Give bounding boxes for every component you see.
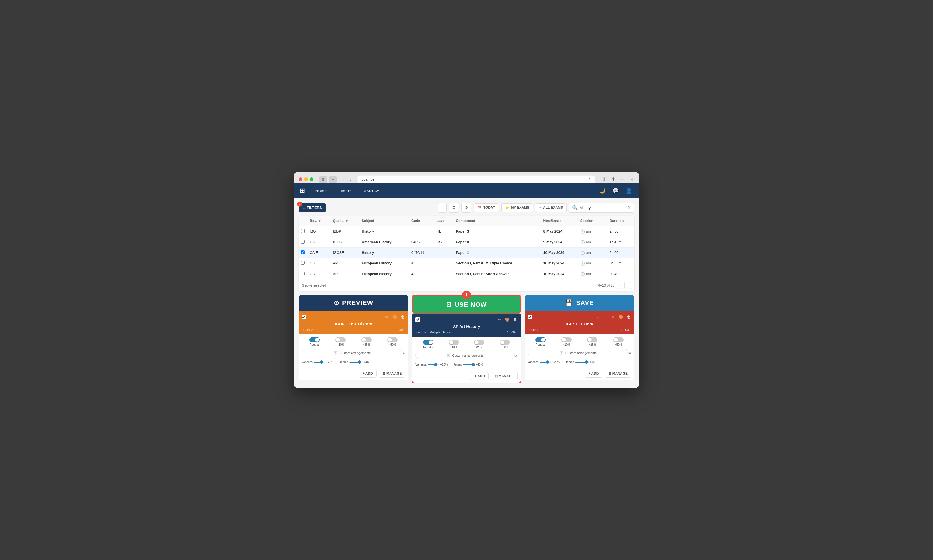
edit-btn[interactable]: ✏ [611,314,616,320]
row-checkbox[interactable] [301,229,305,233]
regular-toggle[interactable] [309,337,320,342]
preview-button[interactable]: ⊙ PREVIEW [299,295,408,311]
row-checkbox-cell[interactable] [299,226,307,237]
regular-toggle[interactable] [536,337,546,342]
download-icon[interactable]: ⬇ [601,175,607,183]
50-toggle[interactable] [387,337,397,342]
row-checkbox[interactable] [301,240,305,243]
add-btn[interactable]: + ADD [359,369,377,378]
row-checkbox-cell[interactable] [299,237,307,248]
new-tab-icon[interactable]: + [620,175,625,183]
window-layout-arrow-btn[interactable]: ▾ [329,176,337,183]
arrow-right-btn[interactable]: → [377,314,383,320]
next-page-btn[interactable]: › [625,282,631,289]
delete-btn[interactable]: 🗑 [513,317,517,323]
th-board[interactable]: Bo... ▼ [307,216,330,226]
close-traffic-light[interactable] [299,177,302,181]
10-toggle[interactable] [335,337,346,342]
james-slider[interactable] [575,362,587,363]
25-toggle[interactable] [587,337,597,342]
card-checkbox[interactable] [528,315,532,319]
collapse-btn[interactable]: ∧ [628,351,631,355]
james-slider[interactable] [349,362,361,363]
prev-page-btn[interactable]: ‹ [617,282,623,289]
arrow-left-btn[interactable]: ← [596,314,601,320]
palette-btn[interactable]: 🎨 [504,317,510,323]
arrow-left-btn[interactable]: ← [482,317,488,323]
add-btn[interactable]: + ADD [585,369,602,378]
selected-count: 3 rows selected [302,283,326,288]
minimize-traffic-light[interactable] [304,177,308,181]
chat-btn[interactable]: 💬 [611,186,620,195]
manage-btn[interactable]: ⊞ MANAGE [379,369,406,378]
regular-toggle[interactable] [423,340,433,345]
back-button[interactable]: ‹ [340,176,346,183]
edit-btn[interactable]: ✏ [385,314,390,320]
james-slider[interactable] [463,364,474,365]
toggle-label-regular: Regular [309,343,320,346]
arrow-left-btn[interactable]: ← [370,314,375,320]
card-checkbox[interactable] [302,315,306,319]
vanessa-slider[interactable] [314,362,325,363]
vanessa-label: Vanessa [528,360,539,363]
user-profile-btn[interactable]: 👤 [625,186,633,195]
board-filter-icon[interactable]: ▼ [318,219,321,223]
refresh-icon[interactable]: ↻ [588,177,592,182]
search-box[interactable]: 🔍 ✕ [569,203,634,212]
row-checkbox-cell[interactable] [299,258,307,269]
custom-arrangements-button[interactable]: 🕐 Custom arrangements [528,349,628,356]
25-toggle[interactable] [361,337,372,342]
filter-button[interactable]: 2 ≡ FILTERS [299,203,326,212]
delete-btn[interactable]: 🗑 [626,314,631,320]
custom-arrangements-button[interactable]: 🕐 Custom arrangements [416,352,514,359]
th-session[interactable]: Session ↑ [578,216,607,226]
add-button[interactable]: + [438,203,446,212]
10-toggle[interactable] [449,340,459,345]
50-toggle[interactable] [613,337,624,342]
search-clear-button[interactable]: ✕ [627,205,631,210]
10-toggle[interactable] [561,337,572,342]
qual-filter-icon[interactable]: ▼ [345,219,348,223]
today-button[interactable]: 📅 TODAY [474,203,499,212]
my-exams-button[interactable]: ⭐ MY EXAMS [501,203,533,212]
50-toggle[interactable] [500,340,510,345]
save-button[interactable]: 💾 SAVE [525,295,634,311]
address-bar[interactable]: localhost ↻ [357,175,595,183]
row-checkbox[interactable] [301,272,305,275]
row-checkbox-cell[interactable] [299,269,307,279]
toggle-label-regular: Regular [536,343,545,346]
fullscreen-traffic-light[interactable] [309,177,313,181]
manage-btn[interactable]: ⊞ MANAGE [491,372,517,380]
forward-button[interactable]: › [348,176,354,183]
arrow-right-btn[interactable]: → [490,317,495,323]
all-exams-button[interactable]: ∞ ALL EXAMS [535,203,567,212]
dark-mode-btn[interactable]: 🌙 [598,186,607,195]
collapse-btn[interactable]: ∧ [515,353,517,358]
refresh-button[interactable]: ↺ [461,203,471,212]
row-checkbox[interactable] [301,261,305,265]
th-nextlast[interactable]: Next/Last ↑ [541,216,578,226]
share-icon[interactable]: ⬆ [610,175,616,183]
row-checkbox[interactable] [301,251,305,254]
vanessa-slider[interactable] [428,364,439,365]
nav-timer[interactable]: TIMER [335,187,354,195]
25-toggle[interactable] [474,340,484,345]
delete-btn[interactable]: 🗑 [400,314,405,320]
palette-btn[interactable]: 🎨 [392,314,398,320]
add-btn[interactable]: + ADD [471,372,489,380]
vanessa-slider[interactable] [540,362,551,363]
search-input[interactable] [580,206,626,210]
settings-button[interactable]: ⚙ [449,203,459,212]
custom-arrangements-button[interactable]: 🕐 Custom arrangements [302,349,402,356]
palette-btn[interactable]: 🎨 [618,314,624,320]
row-checkbox-cell[interactable] [299,248,307,258]
card-checkbox[interactable] [416,317,420,322]
sidebar-icon[interactable]: ⊡ [628,175,634,183]
window-layout-btn[interactable]: ⊞ [319,176,327,183]
th-qualification[interactable]: Quali... ▼ [330,216,359,226]
manage-btn[interactable]: ⊞ MANAGE [605,369,631,378]
nav-display[interactable]: DISPLAY [359,187,383,195]
collapse-btn[interactable]: ∧ [402,351,405,355]
nav-home[interactable]: HOME [312,187,331,195]
edit-btn[interactable]: ✏ [497,317,502,323]
